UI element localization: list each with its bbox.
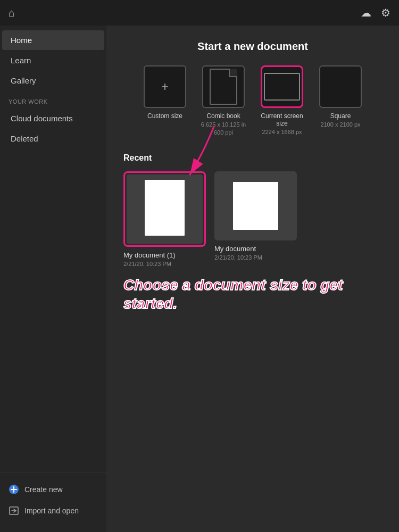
import-icon: [9, 505, 19, 516]
topbar: ⌂ ☁ ⚙: [0, 0, 399, 26]
square-thumb-inner: [325, 71, 356, 103]
sidebar-section-label: YOUR WORK: [0, 91, 106, 108]
plus-icon: +: [161, 79, 169, 94]
layout: Home Learn Gallery YOUR WORK Cloud docum…: [0, 26, 399, 532]
sidebar-item-home[interactable]: Home: [2, 30, 104, 50]
doc-thumb-paper-1: [145, 180, 185, 236]
sidebar-item-learn[interactable]: Learn: [2, 51, 104, 70]
preset-custom-thumb: +: [144, 65, 186, 108]
preset-comic-thumb: [202, 65, 245, 108]
doc-thumb-paper-2: [233, 182, 278, 230]
preset-screen-thumb: [261, 65, 303, 108]
preset-square-name: Square: [330, 112, 351, 120]
doc-thumb-1: [127, 174, 203, 244]
plus-circle-icon: [9, 484, 19, 495]
doc-thumb-2: [214, 171, 297, 240]
preset-square-dims: 2100 x 2100 px: [320, 121, 360, 129]
sidebar: Home Learn Gallery YOUR WORK Cloud docum…: [0, 26, 106, 532]
sidebar-item-gallery[interactable]: Gallery: [2, 71, 104, 90]
preset-custom-name: Custom size: [147, 112, 182, 120]
preset-screen-name: Current screensize: [261, 112, 303, 127]
preset-square[interactable]: Square 2100 x 2100 px: [317, 65, 364, 129]
content-area: Recent My document (1) 2/21/20, 10:23 PM: [123, 153, 382, 313]
main-content: Start a new document + Custom size Comic…: [106, 26, 399, 532]
sidebar-bottom: Create new Import and open: [0, 472, 106, 532]
preset-square-thumb: [319, 65, 362, 108]
topbar-right: ☁ ⚙: [361, 6, 390, 19]
preset-custom[interactable]: + Custom size: [141, 65, 189, 121]
doc-card-1[interactable]: My document (1) 2/21/20, 10:23 PM: [123, 171, 206, 267]
topbar-left: ⌂: [9, 7, 15, 19]
preset-comic[interactable]: Comic book 6.625 x 10.125 in600 ppi: [200, 65, 247, 137]
import-label: Import and open: [24, 506, 79, 515]
recent-grid: My document (1) 2/21/20, 10:23 PM My doc…: [123, 171, 382, 267]
cloud-icon[interactable]: ☁: [361, 6, 371, 19]
doc-thumb-wrap-2: [214, 171, 297, 240]
preset-comic-dims: 6.625 x 10.125 in600 ppi: [201, 121, 246, 137]
doc-name-2: My document: [214, 245, 297, 253]
sidebar-item-deleted[interactable]: Deleted: [2, 129, 104, 148]
preset-screen-dims: 2224 x 1668 px: [262, 128, 302, 136]
doc-thumb-wrap-1: [123, 171, 206, 247]
doc-date-1: 2/21/20, 10:23 PM: [123, 261, 206, 267]
section-title: Start a new document: [123, 40, 382, 53]
doc-name-1: My document (1): [123, 251, 206, 259]
screen-thumb-inner: [264, 73, 300, 101]
preset-screen[interactable]: Current screensize 2224 x 1668 px: [258, 65, 306, 136]
create-new-label: Create new: [24, 485, 63, 494]
home-icon[interactable]: ⌂: [9, 7, 15, 19]
recent-title: Recent: [123, 153, 382, 163]
instruction-text: Choose a document size to get started.: [123, 277, 343, 312]
instruction-block: Choose a document size to get started.: [123, 276, 382, 313]
sidebar-item-cloud-documents[interactable]: Cloud documents: [2, 109, 104, 128]
import-open-button[interactable]: Import and open: [0, 500, 106, 521]
doc-card-2[interactable]: My document 2/21/20, 10:23 PM: [214, 171, 297, 267]
comic-thumb-inner: [210, 69, 237, 105]
presets-row: + Custom size Comic book 6.625 x 10.125 …: [123, 65, 382, 137]
preset-comic-name: Comic book: [206, 112, 240, 120]
sidebar-nav: Home Learn Gallery YOUR WORK Cloud docum…: [0, 30, 106, 472]
create-new-button[interactable]: Create new: [0, 479, 106, 500]
settings-icon[interactable]: ⚙: [381, 6, 390, 19]
doc-date-2: 2/21/20, 10:23 PM: [214, 254, 297, 261]
